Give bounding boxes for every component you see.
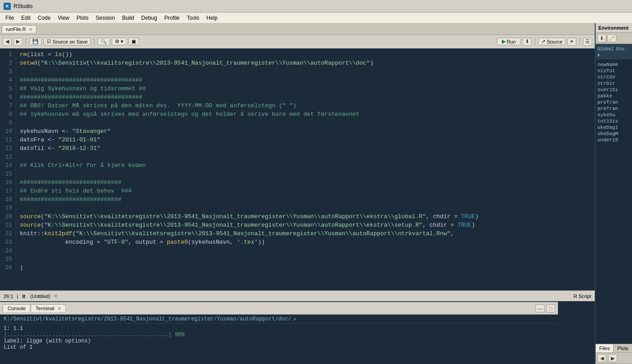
tab-close-icon[interactable]: ✕	[29, 27, 32, 32]
global-env-label: Global Env.	[597, 47, 627, 52]
console-output-line-4: List of 1	[4, 344, 554, 351]
tools-button[interactable]: ⚙▾	[112, 38, 127, 45]
file-name[interactable]: (Untitled)	[30, 294, 50, 299]
env-toolbar: ⬇ 🧹	[596, 33, 632, 44]
script-type: R Script	[574, 294, 591, 299]
environment-label: Environment	[598, 25, 628, 31]
env-var-4: over15i	[597, 87, 630, 93]
right-pane: Environment ⬇ 🧹 Global Env. ▾ newName ni…	[595, 23, 632, 364]
menu-edit[interactable]: Edit	[18, 14, 34, 22]
env-var-10: ukeDagI	[597, 124, 630, 131]
back-button[interactable]: ◀	[3, 38, 12, 46]
save-icon: 💾	[32, 39, 39, 44]
console-output-line-3: label: ligge (with options)	[4, 338, 554, 344]
global-env-selector[interactable]: Global Env. ▾	[596, 44, 632, 60]
forward-button[interactable]: ▶	[13, 38, 22, 46]
console-maximize[interactable]: □	[546, 304, 555, 312]
title-bar: R RStudio	[0, 0, 632, 13]
console-content[interactable]: 1: 1.1 |................................…	[0, 324, 558, 364]
find-button[interactable]: 🔍	[97, 38, 110, 45]
search-icon: 🔍	[101, 39, 107, 44]
run-button[interactable]: ▶ Run	[497, 38, 521, 45]
env-var-9: tot15is	[597, 118, 630, 124]
console-path: K:/Sensitivt/kvalitetsregistre/2013-9541…	[0, 315, 558, 324]
environment-header: Environment	[596, 23, 632, 33]
env-content: newName nisTot ntrCSV ntrDir over15i pak…	[596, 60, 632, 344]
console-minimize[interactable]: —	[535, 304, 544, 312]
menu-view[interactable]: View	[54, 14, 73, 22]
source-icon: ↗	[541, 39, 545, 44]
env-var-0: newName	[597, 61, 630, 68]
path-text: K:/Sensitivt/kvalitetsregistre/2013-9541…	[4, 316, 291, 322]
editor-pane: runFile.R ✕ ◀ ▶ 💾 ☑ Source on Save 🔍	[0, 23, 595, 364]
toolbar-separator-3	[535, 38, 535, 46]
menu-help[interactable]: Help	[203, 14, 221, 22]
toolbar-left: ◀ ▶ 💾 ☑ Source on Save 🔍 ⚙▾ ▣	[3, 38, 139, 46]
editor-status-bar: 26:1 | 🗎 (Untitled) ✕ R Script	[0, 290, 595, 301]
console-output-line-1: 1: 1.1	[4, 325, 554, 332]
status-right: R Script	[574, 294, 591, 299]
untitled-file: 🗎	[22, 294, 26, 299]
checkbox-icon: ☑	[47, 39, 51, 44]
source-on-save-button[interactable]: ☑ Source on Save	[44, 38, 91, 45]
env-var-7: preTran	[597, 105, 630, 112]
editor-top-toolbar: ◀ ▶ 💾 ☑ Source on Save 🔍 ⚙▾ ▣	[0, 35, 595, 48]
env-var-8: sykehu	[597, 112, 630, 118]
env-var-2: ntrCSV	[597, 74, 630, 80]
menu-code[interactable]: Code	[34, 14, 54, 22]
menu-session[interactable]: Session	[92, 14, 118, 22]
editor-tab-runfile[interactable]: runFile.R ✕	[2, 25, 36, 33]
console-toolbar-right: — □	[535, 304, 555, 312]
code-content[interactable]: rm(list = ls()) setwd("K:\\Sensitivt\\kv…	[16, 48, 595, 290]
layout-button[interactable]: ▣	[128, 38, 139, 45]
run-options-icon[interactable]: ⬇	[522, 38, 531, 46]
terminal-close-icon[interactable]: ✕	[57, 306, 61, 311]
menu-tools[interactable]: Tools	[183, 14, 203, 22]
files-nav: ◀ ▶	[596, 353, 632, 364]
env-import-icon[interactable]: ⬇	[597, 34, 606, 42]
app-title: RStudio	[13, 3, 33, 9]
menu-debug[interactable]: Debug	[138, 14, 161, 22]
console-tab-label: Console	[8, 306, 26, 311]
env-var-11: ukeDagM	[597, 131, 630, 137]
run-label: Run	[507, 39, 516, 44]
files-tab[interactable]: Files	[596, 344, 614, 352]
menu-build[interactable]: Build	[118, 14, 138, 22]
console-tab-console[interactable]: Console	[3, 304, 31, 312]
plots-tab[interactable]: Plots	[614, 344, 632, 352]
env-dropdown-icon[interactable]: ▾	[597, 53, 600, 57]
toolbar-separator-4	[579, 38, 580, 46]
source-options-icon[interactable]: ▾	[567, 38, 576, 46]
console-toolbar: Console Terminal ✕ — □	[0, 302, 558, 315]
toolbar-right: ▶ Run ⬇ ↗ Source ▾ ☰	[497, 38, 592, 46]
files-plots-tabs: Files Plots	[596, 344, 632, 353]
console-tab-terminal[interactable]: Terminal ✕	[31, 304, 66, 312]
env-var-1: nisTot	[597, 68, 630, 74]
terminal-tab-label: Terminal	[35, 306, 54, 311]
menu-profile[interactable]: Profile	[161, 14, 183, 22]
layout-icon: ▣	[132, 39, 136, 44]
menu-file[interactable]: File	[2, 14, 18, 22]
tab-label: runFile.R	[6, 26, 26, 32]
code-editor[interactable]: 12345 678910 1112131415 1617181920 21222…	[0, 48, 595, 290]
env-var-3: ntrDir	[597, 80, 630, 87]
app-icon: R	[4, 3, 11, 10]
editor-tab-bar: runFile.R ✕	[0, 23, 595, 35]
line-numbers: 12345 678910 1112131415 1617181920 21222…	[0, 48, 16, 290]
env-broom-icon[interactable]: 🧹	[607, 34, 616, 42]
source-on-save-label: Source on Save	[53, 39, 88, 44]
file-close[interactable]: ✕	[54, 294, 57, 298]
files-back-icon[interactable]: ◀	[597, 354, 606, 362]
toolbar-separator-2	[94, 38, 94, 46]
save-button[interactable]: 💾	[29, 38, 42, 45]
status-sep: |	[17, 294, 18, 299]
tools-icon: ⚙	[115, 39, 119, 44]
cursor-position: 26:1	[4, 294, 13, 299]
status-left: 26:1 | 🗎 (Untitled) ✕	[4, 294, 57, 299]
menu-plots[interactable]: Plots	[73, 14, 92, 22]
console-tabs: Console Terminal ✕	[3, 304, 66, 312]
source-button[interactable]: ↗ Source	[538, 38, 566, 45]
menu-icon[interactable]: ☰	[583, 38, 592, 46]
env-var-5: pakke	[597, 93, 630, 99]
files-forward-icon[interactable]: ▶	[608, 354, 617, 362]
